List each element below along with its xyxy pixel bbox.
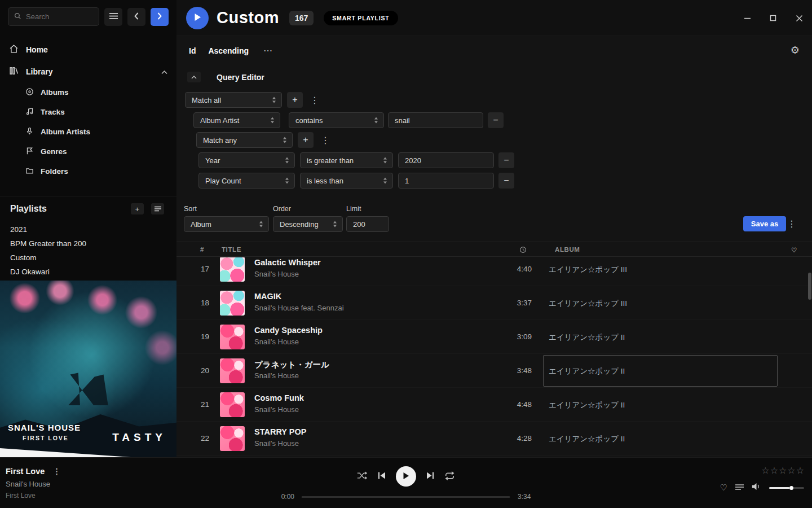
- track-album: エイリアン☆ポップ II: [549, 332, 625, 343]
- seek-bar[interactable]: [302, 496, 510, 498]
- minimize-button[interactable]: [743, 14, 752, 23]
- playlist-list-button[interactable]: [151, 203, 164, 214]
- close-button[interactable]: [795, 14, 804, 23]
- group-menu-button[interactable]: ⋮: [308, 95, 321, 106]
- sidebar-item-label: Library: [26, 67, 52, 76]
- play-playlist-button[interactable]: [186, 7, 209, 29]
- track-row[interactable]: 21 Cosmo Funk Snail's House 4:48 エイリアン☆ポ…: [176, 388, 812, 422]
- heart-column-icon[interactable]: ♡: [791, 246, 797, 254]
- clock-icon[interactable]: [519, 246, 527, 255]
- smart-playlist-badge: SMART PLAYLIST: [324, 11, 398, 25]
- track-row[interactable]: 18 MAGIK Snail's House feat. Sennzai 3:3…: [176, 286, 812, 320]
- sidebar-item-tracks[interactable]: Tracks: [0, 102, 176, 122]
- collapse-chevron-up-icon[interactable]: [161, 67, 167, 76]
- add-rule-button[interactable]: +: [287, 92, 303, 108]
- subrule-value-input[interactable]: [398, 173, 494, 189]
- track-row[interactable]: 20 プラネット・ガール Snail's House 3:48 エイリアン☆ポッ…: [176, 354, 812, 388]
- volume-icon[interactable]: [752, 483, 761, 493]
- volume-knob[interactable]: [789, 486, 793, 490]
- album-art-wedge: [0, 448, 131, 457]
- volume-slider[interactable]: [769, 487, 804, 489]
- queue-icon[interactable]: [735, 483, 744, 493]
- maximize-button[interactable]: [769, 14, 778, 23]
- track-duration: 3:37: [492, 299, 532, 307]
- repeat-button[interactable]: [444, 471, 455, 482]
- track-title: Candy Spaceship: [254, 326, 323, 335]
- match-type-select[interactable]: Match all: [185, 92, 282, 108]
- limit-input[interactable]: [346, 216, 389, 232]
- player-right-controls: ♡: [720, 483, 804, 493]
- menu-button[interactable]: [104, 8, 122, 26]
- column-number[interactable]: #: [200, 246, 204, 253]
- select-value: is less than: [307, 177, 343, 185]
- more-options-button[interactable]: ⋯: [263, 45, 273, 56]
- subgroup-menu-button[interactable]: ⋮: [319, 135, 332, 146]
- star-icon[interactable]: ☆: [796, 465, 804, 476]
- limit-label: Limit: [346, 205, 361, 213]
- playlist-item[interactable]: 2021: [0, 222, 176, 237]
- track-row[interactable]: 22 STARRY POP Snail's House 4:28 エイリアン☆ポ…: [176, 422, 812, 456]
- previous-button[interactable]: [378, 472, 386, 481]
- playlists-section: Playlists + 2021 BPM Greater than 200 Cu…: [0, 196, 176, 293]
- star-icon[interactable]: ☆: [761, 465, 769, 476]
- playlist-item[interactable]: DJ Okawari: [0, 265, 176, 279]
- sort-direction-button[interactable]: Ascending: [208, 46, 249, 55]
- order-select[interactable]: Descending: [273, 216, 343, 232]
- rule-value-input[interactable]: [388, 112, 483, 128]
- play-pause-button[interactable]: [396, 466, 416, 487]
- track-duration: 4:28: [492, 434, 532, 443]
- add-playlist-button[interactable]: +: [131, 203, 144, 214]
- subrule-field-select[interactable]: Play Count: [198, 173, 295, 189]
- now-playing-menu-button[interactable]: ⋮: [52, 467, 61, 476]
- column-title[interactable]: TITLE: [222, 246, 241, 253]
- chevron-left-icon: [134, 12, 139, 21]
- sidebar-item-album-artists[interactable]: Album Artists: [0, 122, 176, 142]
- add-subrule-button[interactable]: +: [298, 132, 314, 148]
- nav-forward-button[interactable]: [151, 8, 169, 26]
- sidebar-item-albums[interactable]: Albums: [0, 82, 176, 102]
- flag-icon: [25, 147, 34, 157]
- save-as-button[interactable]: Save as: [743, 216, 786, 231]
- scrollbar-thumb[interactable]: [808, 273, 811, 300]
- track-row[interactable]: 17 Galactic Whisper Snail's House 4:40 エ…: [176, 257, 812, 286]
- shuffle-button[interactable]: [357, 471, 368, 481]
- subrule-field-select[interactable]: Year: [198, 152, 295, 168]
- column-album[interactable]: ALBUM: [555, 246, 580, 253]
- rule-operator-select[interactable]: contains: [289, 112, 384, 128]
- playlist-item[interactable]: BPM Greater than 200: [0, 237, 176, 251]
- nav-back-button[interactable]: [127, 8, 145, 26]
- save-menu-button[interactable]: ⋮: [785, 218, 798, 229]
- chevron-right-icon: [157, 12, 162, 21]
- search-box[interactable]: [8, 7, 99, 26]
- star-icon[interactable]: ☆: [787, 465, 795, 476]
- gear-icon[interactable]: ⚙: [791, 44, 800, 56]
- next-button[interactable]: [426, 472, 434, 481]
- remove-subrule-button[interactable]: −: [498, 173, 514, 189]
- star-icon[interactable]: ☆: [770, 465, 778, 476]
- star-icon[interactable]: ☆: [779, 465, 787, 476]
- track-row[interactable]: 19 Candy Spaceship Snail's House 3:09 エイ…: [176, 320, 812, 354]
- subrule-operator-select[interactable]: is greater than: [300, 152, 393, 168]
- query-editor-collapse-button[interactable]: [187, 72, 201, 82]
- remove-subrule-button[interactable]: −: [498, 152, 514, 168]
- sidebar-item-folders[interactable]: Folders: [0, 161, 176, 181]
- sort-field-button[interactable]: Id: [189, 46, 196, 55]
- sort-select[interactable]: Album: [184, 216, 269, 232]
- rule-field-select[interactable]: Album Artist: [193, 112, 280, 128]
- previous-icon: [378, 472, 386, 481]
- sidebar-item-genres[interactable]: Genres: [0, 142, 176, 161]
- remove-rule-button[interactable]: −: [488, 112, 504, 128]
- sidebar-item-home[interactable]: Home: [0, 38, 176, 60]
- subrule-operator-select[interactable]: is less than: [300, 173, 393, 189]
- track-art-thumbnail: [220, 325, 245, 349]
- playlist-item[interactable]: Custom: [0, 251, 176, 265]
- sidebar-item-library[interactable]: Library: [0, 60, 176, 82]
- subrule-value-input[interactable]: [398, 152, 494, 168]
- select-spinner-icon: [383, 157, 387, 164]
- home-icon: [9, 44, 19, 55]
- sidebar-item-label: Folders: [41, 167, 68, 176]
- subgroup-match-type-select[interactable]: Match any: [196, 132, 293, 148]
- order-label: Order: [273, 205, 291, 213]
- search-input[interactable]: [26, 12, 93, 21]
- favorite-heart-icon[interactable]: ♡: [720, 483, 727, 493]
